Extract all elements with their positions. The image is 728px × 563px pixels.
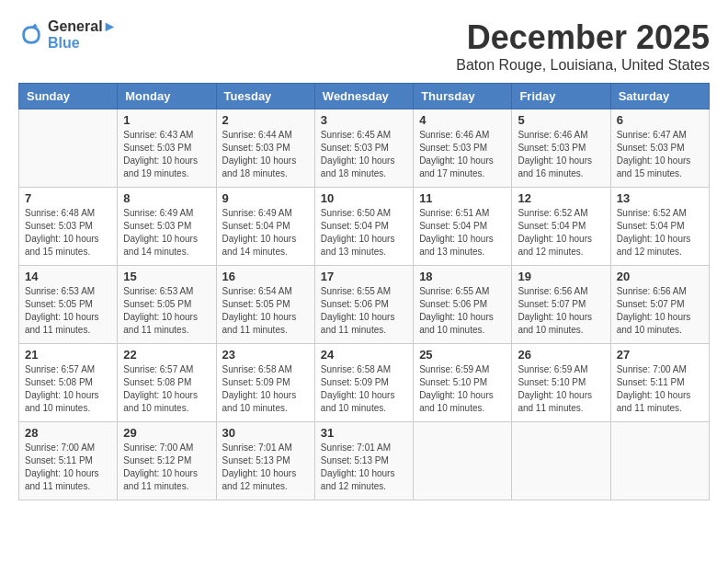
day-number: 29	[123, 426, 210, 440]
day-info: Sunrise: 6:48 AM Sunset: 5:03 PM Dayligh…	[25, 207, 111, 259]
day-number: 22	[123, 348, 210, 362]
day-info: Sunrise: 6:54 AM Sunset: 5:05 PM Dayligh…	[222, 285, 309, 337]
calendar-cell: 26Sunrise: 6:59 AM Sunset: 5:10 PM Dayli…	[512, 344, 610, 422]
calendar-cell: 13Sunrise: 6:52 AM Sunset: 5:04 PM Dayli…	[610, 188, 709, 266]
day-info: Sunrise: 7:00 AM Sunset: 5:11 PM Dayligh…	[25, 442, 111, 493]
day-number: 2	[222, 113, 309, 127]
day-info: Sunrise: 7:01 AM Sunset: 5:13 PM Dayligh…	[222, 442, 309, 493]
calendar-week-row: 21Sunrise: 6:57 AM Sunset: 5:08 PM Dayli…	[19, 344, 710, 422]
calendar-cell: 24Sunrise: 6:58 AM Sunset: 5:09 PM Dayli…	[314, 344, 413, 422]
calendar-cell: 17Sunrise: 6:55 AM Sunset: 5:06 PM Dayli…	[314, 266, 413, 344]
day-number: 27	[617, 348, 703, 362]
day-number: 26	[518, 348, 604, 362]
calendar-cell	[610, 422, 709, 500]
logo-icon	[18, 22, 44, 48]
day-info: Sunrise: 6:43 AM Sunset: 5:03 PM Dayligh…	[123, 129, 210, 180]
calendar-cell: 14Sunrise: 6:53 AM Sunset: 5:05 PM Dayli…	[19, 266, 118, 344]
calendar-cell: 25Sunrise: 6:59 AM Sunset: 5:10 PM Dayli…	[414, 344, 512, 422]
day-number: 30	[222, 426, 309, 440]
calendar-cell: 6Sunrise: 6:47 AM Sunset: 5:03 PM Daylig…	[610, 109, 709, 188]
calendar-cell: 30Sunrise: 7:01 AM Sunset: 5:13 PM Dayli…	[216, 422, 314, 500]
day-number: 5	[518, 113, 604, 127]
day-info: Sunrise: 6:46 AM Sunset: 5:03 PM Dayligh…	[419, 129, 506, 180]
weekday-header-cell: Tuesday	[216, 84, 314, 109]
day-info: Sunrise: 6:49 AM Sunset: 5:04 PM Dayligh…	[222, 207, 309, 259]
calendar-cell: 3Sunrise: 6:45 AM Sunset: 5:03 PM Daylig…	[314, 109, 413, 188]
calendar-cell: 27Sunrise: 7:00 AM Sunset: 5:11 PM Dayli…	[610, 344, 709, 422]
calendar-cell: 19Sunrise: 6:56 AM Sunset: 5:07 PM Dayli…	[512, 266, 610, 344]
day-info: Sunrise: 6:45 AM Sunset: 5:03 PM Dayligh…	[321, 129, 407, 180]
day-info: Sunrise: 6:47 AM Sunset: 5:03 PM Dayligh…	[617, 129, 703, 180]
weekday-header-cell: Wednesday	[314, 84, 413, 109]
calendar-cell: 31Sunrise: 7:01 AM Sunset: 5:13 PM Dayli…	[314, 422, 413, 500]
day-info: Sunrise: 7:00 AM Sunset: 5:12 PM Dayligh…	[123, 442, 210, 493]
day-number: 3	[321, 113, 407, 127]
calendar-cell: 8Sunrise: 6:49 AM Sunset: 5:03 PM Daylig…	[118, 188, 216, 266]
calendar-cell: 5Sunrise: 6:46 AM Sunset: 5:03 PM Daylig…	[512, 109, 610, 188]
day-number: 12	[518, 191, 604, 205]
weekday-header-cell: Monday	[118, 84, 216, 109]
day-info: Sunrise: 6:56 AM Sunset: 5:07 PM Dayligh…	[617, 285, 703, 337]
calendar-cell: 1Sunrise: 6:43 AM Sunset: 5:03 PM Daylig…	[118, 109, 216, 188]
calendar-cell: 9Sunrise: 6:49 AM Sunset: 5:04 PM Daylig…	[216, 188, 314, 266]
day-number: 13	[617, 191, 703, 205]
calendar-cell: 15Sunrise: 6:53 AM Sunset: 5:05 PM Dayli…	[118, 266, 216, 344]
day-info: Sunrise: 7:00 AM Sunset: 5:11 PM Dayligh…	[617, 363, 703, 415]
day-number: 6	[617, 113, 703, 127]
day-info: Sunrise: 6:57 AM Sunset: 5:08 PM Dayligh…	[25, 363, 111, 415]
month-title: December 2025	[456, 18, 710, 57]
day-info: Sunrise: 6:53 AM Sunset: 5:05 PM Dayligh…	[123, 285, 210, 337]
day-number: 8	[123, 191, 210, 205]
calendar-cell: 29Sunrise: 7:00 AM Sunset: 5:12 PM Dayli…	[118, 422, 216, 500]
page-header: General► Blue December 2025 Baton Rouge,…	[18, 18, 710, 74]
calendar-cell: 11Sunrise: 6:51 AM Sunset: 5:04 PM Dayli…	[414, 188, 512, 266]
calendar-cell	[414, 422, 512, 500]
calendar-cell: 16Sunrise: 6:54 AM Sunset: 5:05 PM Dayli…	[216, 266, 314, 344]
calendar-cell: 22Sunrise: 6:57 AM Sunset: 5:08 PM Dayli…	[118, 344, 216, 422]
day-number: 16	[222, 270, 309, 283]
weekday-header-cell: Saturday	[610, 84, 709, 109]
weekday-header-cell: Thursday	[414, 84, 512, 109]
logo: General► Blue	[18, 18, 117, 52]
calendar-cell: 18Sunrise: 6:55 AM Sunset: 5:06 PM Dayli…	[414, 266, 512, 344]
day-info: Sunrise: 7:01 AM Sunset: 5:13 PM Dayligh…	[321, 442, 407, 493]
day-info: Sunrise: 6:59 AM Sunset: 5:10 PM Dayligh…	[419, 363, 506, 415]
calendar-body: 1Sunrise: 6:43 AM Sunset: 5:03 PM Daylig…	[19, 109, 710, 500]
calendar-cell: 2Sunrise: 6:44 AM Sunset: 5:03 PM Daylig…	[216, 109, 314, 188]
day-number: 9	[222, 191, 309, 205]
day-number: 21	[25, 348, 111, 362]
day-info: Sunrise: 6:58 AM Sunset: 5:09 PM Dayligh…	[222, 363, 309, 415]
calendar-cell: 7Sunrise: 6:48 AM Sunset: 5:03 PM Daylig…	[19, 188, 118, 266]
day-number: 24	[321, 348, 407, 362]
day-info: Sunrise: 6:52 AM Sunset: 5:04 PM Dayligh…	[518, 207, 604, 259]
day-info: Sunrise: 6:58 AM Sunset: 5:09 PM Dayligh…	[321, 363, 407, 415]
day-info: Sunrise: 6:55 AM Sunset: 5:06 PM Dayligh…	[419, 285, 506, 337]
calendar-cell: 4Sunrise: 6:46 AM Sunset: 5:03 PM Daylig…	[414, 109, 512, 188]
title-block: December 2025 Baton Rouge, Louisiana, Un…	[456, 18, 710, 74]
calendar-week-row: 7Sunrise: 6:48 AM Sunset: 5:03 PM Daylig…	[19, 188, 710, 266]
calendar-cell: 10Sunrise: 6:50 AM Sunset: 5:04 PM Dayli…	[314, 188, 413, 266]
day-number: 31	[321, 426, 407, 440]
day-number: 1	[123, 113, 210, 127]
day-number: 4	[419, 113, 506, 127]
location-subtitle: Baton Rouge, Louisiana, United States	[456, 57, 710, 74]
day-info: Sunrise: 6:55 AM Sunset: 5:06 PM Dayligh…	[321, 285, 407, 337]
day-number: 10	[321, 191, 407, 205]
day-number: 15	[123, 270, 210, 283]
day-number: 19	[518, 270, 604, 283]
calendar-week-row: 1Sunrise: 6:43 AM Sunset: 5:03 PM Daylig…	[19, 109, 710, 188]
day-number: 11	[419, 191, 506, 205]
day-info: Sunrise: 6:44 AM Sunset: 5:03 PM Dayligh…	[222, 129, 309, 180]
calendar-cell: 12Sunrise: 6:52 AM Sunset: 5:04 PM Dayli…	[512, 188, 610, 266]
day-info: Sunrise: 6:56 AM Sunset: 5:07 PM Dayligh…	[518, 285, 604, 337]
weekday-header-row: SundayMondayTuesdayWednesdayThursdayFrid…	[19, 84, 710, 109]
calendar-week-row: 14Sunrise: 6:53 AM Sunset: 5:05 PM Dayli…	[19, 266, 710, 344]
calendar-cell: 28Sunrise: 7:00 AM Sunset: 5:11 PM Dayli…	[19, 422, 118, 500]
day-info: Sunrise: 6:50 AM Sunset: 5:04 PM Dayligh…	[321, 207, 407, 259]
calendar-cell	[19, 109, 118, 188]
calendar-cell	[512, 422, 610, 500]
logo-text: General► Blue	[48, 18, 117, 52]
day-info: Sunrise: 6:59 AM Sunset: 5:10 PM Dayligh…	[518, 363, 604, 415]
day-number: 7	[25, 191, 111, 205]
day-number: 20	[617, 270, 703, 283]
